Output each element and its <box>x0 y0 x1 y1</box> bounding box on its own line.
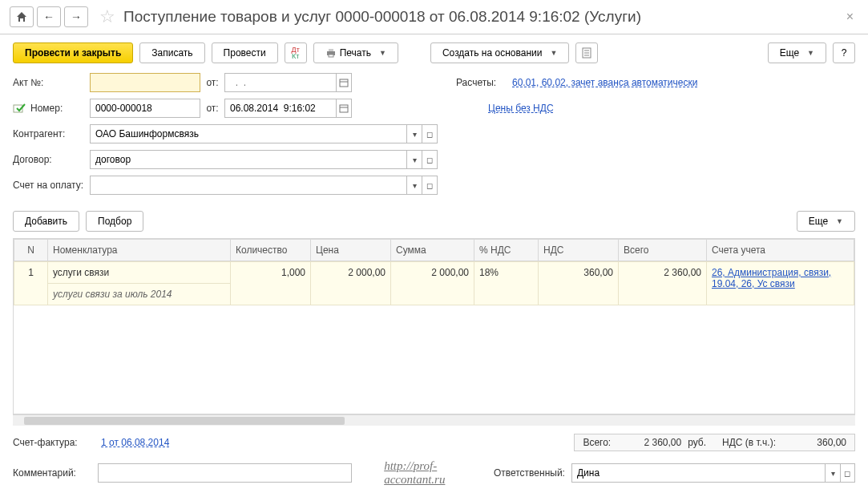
accounts-link[interactable]: 26, Администрация, связи, 19.04, 26, Ус … <box>712 267 831 289</box>
currency-label: руб. <box>688 437 706 448</box>
post-and-close-button[interactable]: Провести и закрыть <box>13 42 133 63</box>
page-title: Поступление товаров и услуг 0000-000018 … <box>123 8 641 26</box>
dropdown-button[interactable]: ▾ <box>406 176 422 195</box>
open-ref-button[interactable]: ◻ <box>422 124 438 143</box>
print-label: Печать <box>340 47 371 59</box>
dropdown-button[interactable]: ▾ <box>406 124 422 143</box>
cell-item-sub[interactable]: услуги связи за июль 2014 <box>48 284 231 305</box>
col-vatpct[interactable]: % НДС <box>474 240 539 261</box>
items-table[interactable]: N Номенклатура Количество Цена Сумма % Н… <box>13 238 855 414</box>
home-icon <box>16 11 27 22</box>
invoice-fact-link[interactable]: 1 от 06.08.2014 <box>101 437 169 448</box>
chevron-down-icon: ▼ <box>807 49 814 57</box>
horizontal-scrollbar[interactable] <box>13 414 855 426</box>
comment-label: Комментарий: <box>13 467 98 479</box>
close-button[interactable]: × <box>842 10 858 24</box>
svg-rect-2 <box>329 55 333 57</box>
cell-vat[interactable]: 360,00 <box>539 262 619 305</box>
cell-sum[interactable]: 2 000,00 <box>391 262 474 305</box>
open-ref-button[interactable]: ◻ <box>422 150 438 169</box>
chevron-down-icon: ▾ <box>413 130 417 139</box>
col-accounts[interactable]: Счета учета <box>707 240 854 261</box>
totals-box: Всего: 2 360,00 руб. НДС (в т.ч.): 360,0… <box>574 434 855 451</box>
act-date-input[interactable] <box>224 73 337 92</box>
cell-qty[interactable]: 1,000 <box>231 262 311 305</box>
calendar-icon <box>339 103 349 113</box>
more-label: Еще <box>780 47 799 59</box>
col-qty[interactable]: Количество <box>231 240 311 261</box>
table-row[interactable]: 1 услуги связи 1,000 2 000,00 2 000,00 1… <box>14 262 854 284</box>
cell-total[interactable]: 2 360,00 <box>619 262 707 305</box>
back-button[interactable]: ← <box>37 6 61 27</box>
act-number-input[interactable] <box>90 73 200 92</box>
favorite-star-icon[interactable]: ☆ <box>98 7 117 26</box>
chevron-down-icon: ▾ <box>413 156 417 164</box>
svg-rect-1 <box>329 49 333 51</box>
cell-accounts[interactable]: 26, Администрация, связи, 19.04, 26, Ус … <box>707 262 854 305</box>
open-icon: ◻ <box>844 469 850 478</box>
vat-label: НДС (в т.ч.): <box>722 437 776 448</box>
dtkt-button[interactable]: ДтКт <box>285 42 307 63</box>
responsible-label: Ответственный: <box>494 467 565 479</box>
dropdown-button[interactable]: ▾ <box>406 150 422 169</box>
post-button[interactable]: Провести <box>212 42 278 63</box>
print-button[interactable]: Печать ▼ <box>313 42 398 63</box>
forward-button[interactable]: → <box>64 6 88 27</box>
cell-vatpct[interactable]: 18% <box>474 262 539 305</box>
arrow-right-icon: → <box>71 10 82 23</box>
cell-item[interactable]: услуги связи <box>48 262 231 284</box>
watermark-text: http://prof-accontant.ru <box>384 459 494 487</box>
responsible-input[interactable] <box>571 463 826 483</box>
date-input[interactable] <box>224 99 337 118</box>
invoice-input[interactable] <box>90 176 407 195</box>
calendar-button[interactable] <box>336 73 352 92</box>
col-vat[interactable]: НДС <box>539 240 619 261</box>
col-price[interactable]: Цена <box>311 240 391 261</box>
dtkt-icon: ДтКт <box>292 46 300 59</box>
settlements-label: Расчеты: <box>456 77 512 88</box>
total-value: 2 360,00 <box>617 437 681 448</box>
save-button[interactable]: Записать <box>139 42 204 63</box>
open-ref-button[interactable]: ◻ <box>840 463 855 483</box>
create-based-label: Создать на основании <box>442 47 543 59</box>
help-button[interactable]: ? <box>833 42 855 63</box>
table-more-button[interactable]: Еще ▼ <box>797 211 855 232</box>
open-icon: ◻ <box>426 130 433 139</box>
report-button[interactable] <box>575 42 598 63</box>
prices-link[interactable]: Цены без НДС <box>488 103 554 114</box>
act-label: Акт №: <box>13 77 90 88</box>
scrollbar-thumb[interactable] <box>24 417 345 425</box>
open-icon: ◻ <box>426 181 433 190</box>
chevron-down-icon: ▾ <box>413 181 417 190</box>
invoice-fact-label: Счет-фактура: <box>13 437 101 448</box>
open-ref-button[interactable]: ◻ <box>422 176 438 195</box>
col-total[interactable]: Всего <box>619 240 707 261</box>
contractor-input[interactable] <box>90 124 407 143</box>
create-based-button[interactable]: Создать на основании ▼ <box>430 42 569 63</box>
chevron-down-icon: ▼ <box>836 217 843 225</box>
chevron-down-icon: ▼ <box>379 49 386 57</box>
total-label: Всего: <box>583 437 611 448</box>
cell-price[interactable]: 2 000,00 <box>311 262 391 305</box>
contractor-label: Контрагент: <box>13 128 90 139</box>
pick-button[interactable]: Подбор <box>86 211 143 232</box>
home-button[interactable] <box>10 6 34 27</box>
add-row-button[interactable]: Добавить <box>13 211 79 232</box>
col-item[interactable]: Номенклатура <box>48 240 231 261</box>
open-icon: ◻ <box>426 156 433 164</box>
contract-input[interactable] <box>90 150 407 169</box>
number-label: Номер: <box>30 103 90 114</box>
col-n[interactable]: N <box>14 240 48 261</box>
cell-n: 1 <box>14 262 48 305</box>
settlements-link[interactable]: 60.01, 60.02, зачет аванса автоматически <box>512 77 697 88</box>
calendar-button[interactable] <box>336 99 352 118</box>
table-more-label: Еще <box>809 216 828 227</box>
number-input[interactable] <box>90 99 200 118</box>
col-sum[interactable]: Сумма <box>391 240 474 261</box>
posted-status-icon <box>13 103 26 114</box>
dropdown-button[interactable]: ▾ <box>825 463 840 483</box>
more-button[interactable]: Еще ▼ <box>768 42 826 63</box>
chevron-down-icon: ▼ <box>550 49 557 57</box>
comment-input[interactable] <box>98 463 353 483</box>
act-from-label: от: <box>200 77 224 88</box>
